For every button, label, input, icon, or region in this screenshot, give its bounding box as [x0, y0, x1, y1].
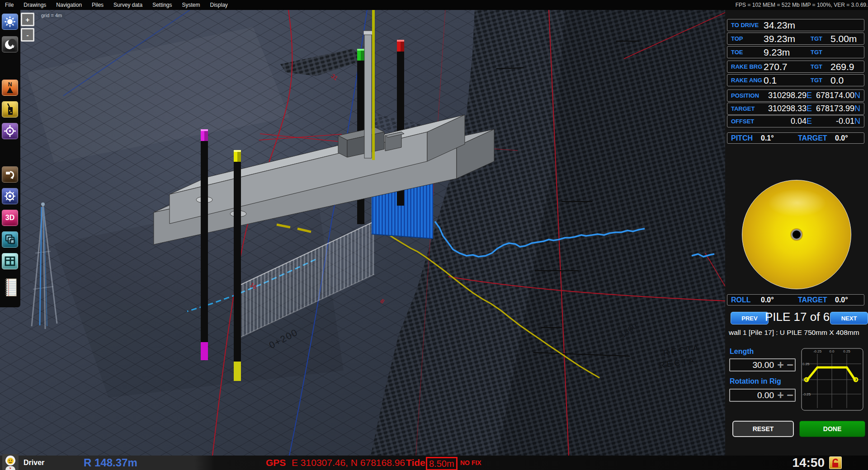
rake-brg-row: RAKE BRG 270.7 TGT 269.9: [727, 61, 864, 73]
top-value: 39.23m: [764, 33, 807, 44]
rig-mast: [363, 10, 375, 160]
top-tgt-value: 5.00m: [830, 33, 857, 44]
driver-avatar[interactable]: [2, 454, 19, 470]
length-increase-button[interactable]: +: [776, 360, 785, 370]
rotation-increase-button[interactable]: +: [776, 390, 785, 400]
offset-easting: 0.04E: [764, 117, 812, 126]
to-drive-value: 34.23m: [764, 20, 807, 31]
length-decrease-button[interactable]: −: [785, 360, 795, 370]
roll-row: ROLL 0.0° TARGET 0.0°: [727, 294, 864, 306]
center-target-button[interactable]: [2, 123, 18, 139]
undo-dig-icon: [4, 168, 16, 181]
user-role-label: Driver: [24, 456, 44, 470]
menu-system[interactable]: System: [177, 0, 205, 10]
roll-label: ROLL: [731, 296, 761, 304]
pile-counter: PILE 17 of 62: [765, 310, 828, 324]
helm-icon: [4, 190, 16, 202]
rake-ang-row: RAKE ANG 0.1 TGT 0.0: [727, 74, 864, 86]
menu-bar: File Drawings Navigation Piles Survey da…: [0, 0, 868, 10]
zoom-in-button[interactable]: +: [21, 13, 34, 26]
tide-label: Tide: [406, 456, 425, 470]
target-easting: 310298.33E: [764, 104, 812, 113]
inclination-bubble-indicator: [742, 180, 851, 289]
rake-ang-tgt-value: 0.0: [830, 75, 844, 86]
top-label: TOP: [731, 35, 764, 42]
pile-rig-icon: [5, 103, 15, 116]
profile-x-tick-2: 0.0: [829, 349, 835, 353]
notepad-icon: [3, 278, 17, 297]
helm-button[interactable]: [2, 188, 18, 204]
layers-button[interactable]: [2, 231, 18, 248]
rotation-label: Rotation in Rig: [730, 377, 781, 385]
rig-view-button[interactable]: [2, 101, 18, 118]
grid-scale-label: grid = 4m: [38, 12, 65, 19]
rake-ang-tgt-label: TGT: [811, 77, 830, 84]
rake-brg-tgt-value: 269.9: [830, 61, 854, 72]
pitch-row: PITCH 0.1° TARGET 0.0°: [727, 132, 864, 144]
viewport-3d[interactable]: 0+200 -1500 RECTA RECTA 31 16 8: [0, 0, 727, 470]
grid-view-button[interactable]: [2, 253, 18, 269]
menu-drawings[interactable]: Drawings: [19, 0, 51, 10]
length-value[interactable]: 30.00: [730, 360, 776, 370]
target-northing: 678173.99N: [812, 104, 860, 113]
pile-front-yellow: [234, 150, 241, 381]
rotation-decrease-button[interactable]: −: [785, 390, 795, 400]
gps-fix-status: NO FIX: [460, 456, 481, 470]
night-mode-button[interactable]: [2, 36, 18, 52]
length-stepper[interactable]: 30.00 + −: [729, 358, 796, 371]
performance-status: FPS = 102 MEM = 522 Mb IMP = 100%, VER =…: [736, 0, 868, 10]
roll-target-label: TARGET: [798, 296, 835, 304]
3d-view-button[interactable]: 3D: [2, 210, 18, 226]
zoom-out-button[interactable]: -: [21, 28, 34, 42]
reset-button[interactable]: RESET: [732, 421, 794, 437]
prev-pile-button[interactable]: PREV: [731, 312, 769, 324]
clock: 14:50: [792, 456, 825, 470]
offset-row: OFFSET 0.04E -0.01N: [727, 115, 864, 127]
range-readout: R 148.37m: [84, 456, 137, 470]
top-tgt-label: TGT: [811, 35, 830, 42]
day-mode-button[interactable]: [2, 14, 18, 30]
gps-coordinates: E 310307.46, N 678168.96: [292, 456, 405, 470]
toolbar: N: [0, 10, 20, 307]
pile-front-magenta: [201, 129, 208, 360]
menu-navigation[interactable]: Navigation: [51, 0, 87, 10]
tide-value-button[interactable]: 8.50m: [426, 457, 458, 470]
menu-piles[interactable]: Piles: [87, 0, 108, 10]
pitch-target-label: TARGET: [798, 134, 835, 142]
rake-ang-value: 0.1: [764, 75, 807, 86]
next-pile-button[interactable]: NEXT: [830, 312, 868, 324]
rotation-stepper[interactable]: 0.00 + −: [729, 389, 796, 402]
bubble-highlight: [769, 189, 826, 216]
rotation-value[interactable]: 0.00: [730, 390, 776, 400]
notes-button[interactable]: [2, 279, 18, 296]
screen-lock-button[interactable]: [829, 456, 842, 469]
position-label: POSITION: [731, 92, 764, 99]
profile-x-tick-3: 0.25: [843, 349, 850, 353]
menu-settings[interactable]: Settings: [147, 0, 177, 10]
menu-file[interactable]: File: [0, 0, 19, 10]
done-button[interactable]: DONE: [799, 421, 865, 437]
pile-description: wall 1 [Pile 17] : U PILE 750mm X 408mm: [729, 329, 865, 337]
menu-survey-data[interactable]: Survey data: [108, 0, 147, 10]
toe-row: TOE 9.23m TGT: [727, 46, 864, 58]
undo-button[interactable]: [2, 166, 18, 183]
position-northing: 678174.00N: [812, 91, 860, 100]
target-row: TARGET 310298.33E 678173.99N: [727, 103, 864, 115]
offset-label: OFFSET: [731, 118, 764, 125]
3d-view-label: 3D: [5, 214, 14, 222]
rake-brg-label: RAKE BRG: [731, 63, 764, 70]
moon-icon: [4, 38, 16, 51]
top-row: TOP 39.23m TGT 5.00m: [727, 33, 864, 45]
position-target-icon: [4, 125, 16, 137]
rake-brg-value: 270.7: [764, 61, 807, 72]
length-label: Length: [730, 348, 754, 356]
menu-display[interactable]: Display: [205, 0, 233, 10]
position-easting: 310298.29E: [764, 91, 812, 100]
rake-brg-tgt-label: TGT: [811, 63, 830, 70]
svg-text:N: N: [8, 81, 12, 88]
sun-icon: [4, 16, 16, 28]
profile-y-tick-3: -0.25: [802, 392, 811, 396]
toe-label: TOE: [731, 49, 764, 56]
status-bar: Driver R 148.37m GPS E 310307.46, N 6781…: [0, 456, 868, 470]
north-up-button[interactable]: N: [2, 80, 18, 96]
